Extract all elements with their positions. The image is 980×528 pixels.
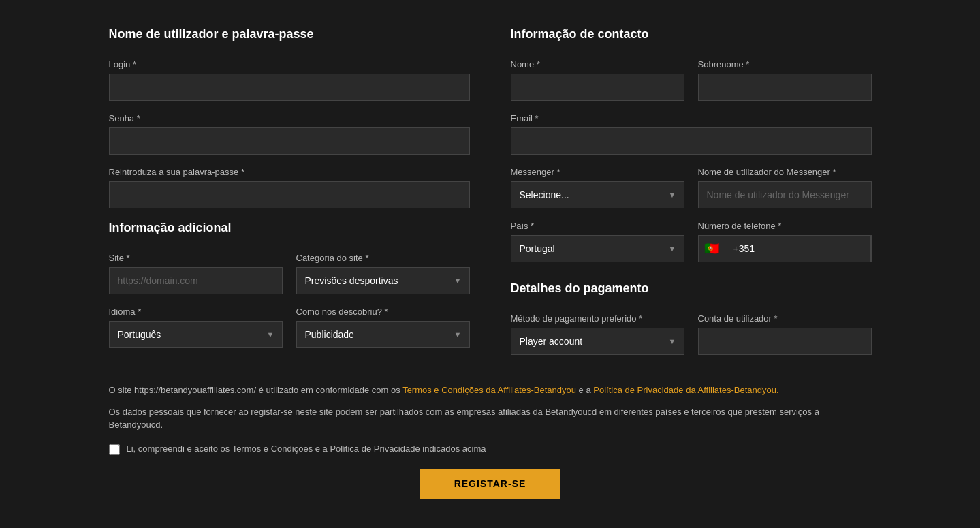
- password-input[interactable]: [109, 127, 470, 155]
- confirm-password-field-group: Reintroduza a sua palavra-passe *: [109, 167, 470, 208]
- lang-how-row: Idioma * Português Como nos descobriu? *: [109, 307, 470, 360]
- terms-text-between: e a: [576, 385, 593, 395]
- category-field-group: Categoria do site * Previsões desportiva…: [296, 253, 470, 294]
- email-field-group: Email *: [511, 113, 872, 155]
- form-grid: Nome de utilizador e palavra-passe Login…: [109, 27, 872, 367]
- first-name-label: Nome *: [511, 59, 684, 69]
- site-input[interactable]: [109, 267, 283, 294]
- phone-label: Número de telefone *: [698, 221, 872, 231]
- messenger-username-input[interactable]: [698, 181, 872, 208]
- last-name-field-group: Sobrenome *: [698, 59, 872, 101]
- password-label: Senha *: [109, 113, 470, 123]
- first-name-field-group: Nome *: [511, 59, 684, 101]
- submit-button[interactable]: REGISTAR-SE: [420, 469, 560, 499]
- name-row: Nome * Sobrenome *: [511, 59, 872, 113]
- messenger-username-field-group: Nome de utilizador do Messenger *: [698, 167, 872, 208]
- terms-link1[interactable]: Termos e Condições da Affiliates-Betandy…: [402, 385, 576, 395]
- category-select-wrapper: Previsões desportivas: [296, 267, 470, 294]
- phone-flag: 🇵🇹: [699, 241, 725, 256]
- left-column: Nome de utilizador e palavra-passe Login…: [109, 27, 470, 367]
- site-category-row: Site * Categoria do site * Previsões des…: [109, 253, 470, 307]
- country-select[interactable]: Portugal: [511, 235, 684, 262]
- how-label: Como nos descobriu? *: [296, 307, 470, 317]
- account-input[interactable]: [698, 328, 872, 355]
- payment-method-select[interactable]: Player account: [511, 328, 684, 355]
- email-input[interactable]: [511, 127, 872, 155]
- how-select[interactable]: Publicidade: [296, 321, 470, 348]
- how-select-wrapper: Publicidade: [296, 321, 470, 348]
- payment-method-select-wrapper: Player account: [511, 328, 684, 355]
- payment-method-label: Método de pagamento preferido *: [511, 313, 684, 324]
- category-label: Categoria do site *: [296, 253, 470, 263]
- checkbox-label: Li, compreendi e aceito os Termos e Cond…: [127, 443, 486, 455]
- country-select-wrapper: Portugal: [511, 235, 684, 262]
- payment-method-field-group: Método de pagamento preferido * Player a…: [511, 313, 684, 355]
- phone-field-container: 🇵🇹: [698, 235, 872, 262]
- login-label: Login *: [109, 59, 470, 69]
- terms-link2[interactable]: Política de Privacidade da Affiliates-Be…: [593, 385, 778, 395]
- account-label: Conta de utilizador *: [698, 313, 872, 324]
- language-select[interactable]: Português: [109, 321, 283, 348]
- contact-section-header: Informação de contacto: [511, 27, 872, 47]
- additional-info-title: Informação adicional: [109, 221, 470, 240]
- messenger-select-wrapper: Selecione...: [511, 181, 684, 208]
- email-label: Email *: [511, 113, 872, 123]
- page-wrapper: Nome de utilizador e palavra-passe Login…: [0, 0, 980, 528]
- how-field-group: Como nos descobriu? * Publicidade: [296, 307, 470, 348]
- form-container: Nome de utilizador e palavra-passe Login…: [89, 14, 892, 526]
- first-name-input[interactable]: [511, 74, 684, 101]
- language-field-group: Idioma * Português: [109, 307, 283, 348]
- additional-info-section: Informação adicional Site * Categoria do…: [109, 221, 470, 360]
- category-select[interactable]: Previsões desportivas: [296, 267, 470, 294]
- terms-text-before: O site https://betandyouaffiliates.com/ …: [109, 385, 403, 395]
- last-name-input[interactable]: [698, 74, 872, 101]
- terms-data-text: Os dados pessoais que fornecer ao regist…: [109, 405, 872, 432]
- password-field-group: Senha *: [109, 113, 470, 155]
- account-field-group: Conta de utilizador *: [698, 313, 872, 355]
- terms-checkbox[interactable]: [109, 444, 120, 455]
- login-input[interactable]: [109, 74, 470, 101]
- confirm-password-label: Reintroduza a sua palavra-passe *: [109, 167, 470, 177]
- contact-title: Informação de contacto: [511, 27, 872, 47]
- terms-section: O site https://betandyouaffiliates.com/ …: [109, 384, 872, 455]
- last-name-label: Sobrenome *: [698, 59, 872, 69]
- confirm-password-input[interactable]: [109, 181, 470, 208]
- messenger-row: Messenger * Selecione... Nome de utiliza…: [511, 167, 872, 221]
- language-select-wrapper: Português: [109, 321, 283, 348]
- country-phone-row: País * Portugal Número de telefone * 🇵🇹: [511, 221, 872, 275]
- messenger-username-label: Nome de utilizador do Messenger *: [698, 167, 872, 177]
- submit-area: REGISTAR-SE: [109, 469, 872, 499]
- messenger-field-group: Messenger * Selecione...: [511, 167, 684, 208]
- phone-field-group: Número de telefone * 🇵🇹: [698, 221, 872, 262]
- credentials-section-header: Nome de utilizador e palavra-passe: [109, 27, 470, 47]
- right-column: Informação de contacto Nome * Sobrenome …: [511, 27, 872, 367]
- country-field-group: País * Portugal: [511, 221, 684, 262]
- credentials-title: Nome de utilizador e palavra-passe: [109, 27, 470, 47]
- phone-input[interactable]: [725, 235, 871, 262]
- language-label: Idioma *: [109, 307, 283, 317]
- terms-text: O site https://betandyouaffiliates.com/ …: [109, 384, 872, 397]
- login-field-group: Login *: [109, 59, 470, 101]
- site-label: Site *: [109, 253, 283, 263]
- messenger-select[interactable]: Selecione...: [511, 181, 684, 208]
- payment-title: Detalhes do pagamento: [511, 281, 872, 301]
- site-field-group: Site *: [109, 253, 283, 294]
- messenger-label: Messenger *: [511, 167, 684, 177]
- checkbox-row: Li, compreendi e aceito os Termos e Cond…: [109, 443, 872, 455]
- country-label: País *: [511, 221, 684, 231]
- payment-row: Método de pagamento preferido * Player a…: [511, 313, 872, 367]
